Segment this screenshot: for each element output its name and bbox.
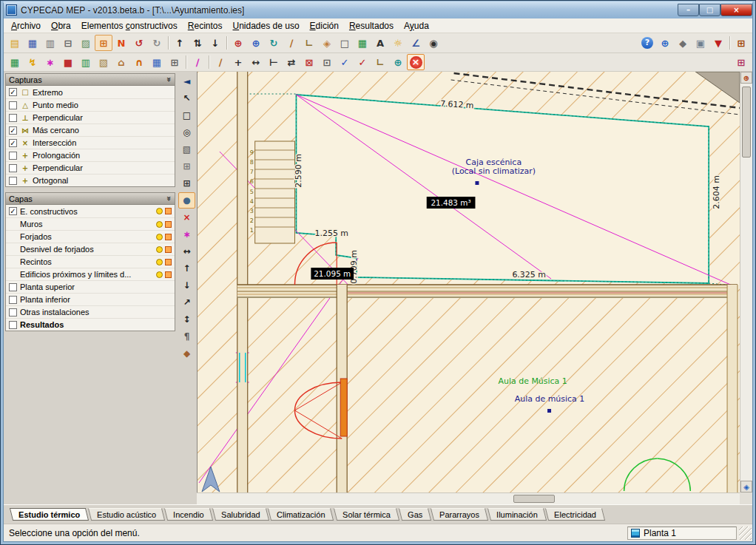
document-tab[interactable]: Pararrayos xyxy=(431,508,488,521)
grid-large-button[interactable]: ⊞ xyxy=(178,175,195,192)
move-down-button[interactable]: ↓ xyxy=(178,277,195,294)
layer-row[interactable]: Otras instalaciones xyxy=(6,305,175,318)
capture-checkbox[interactable] xyxy=(9,177,17,185)
view-3d-button[interactable]: ◆ xyxy=(674,35,692,51)
layer-checkbox[interactable] xyxy=(9,283,17,291)
print-button[interactable]: ⊟ xyxy=(59,35,77,51)
redo-button[interactable]: ↻ xyxy=(148,35,166,51)
document-tab[interactable]: Gas xyxy=(399,508,431,521)
floor-list-button[interactable]: ⇅ xyxy=(189,35,206,51)
document-tab[interactable]: Electricidad xyxy=(545,508,605,521)
tables-button[interactable]: ▦ xyxy=(354,35,371,51)
menu-item[interactable]: Edición xyxy=(305,19,344,33)
web-button[interactable]: ⊕ xyxy=(656,35,674,51)
move-button[interactable]: + xyxy=(229,54,247,70)
open-button[interactable]: ▤ xyxy=(6,35,24,51)
capturas-header[interactable]: Capturas » xyxy=(6,74,175,86)
draw-button[interactable]: ∕ xyxy=(212,54,229,70)
toolbar-button[interactable] xyxy=(183,54,189,70)
move-vertical-button[interactable]: ↕ xyxy=(178,311,195,328)
rectangle-select-button[interactable]: □ xyxy=(178,107,195,123)
layer-pen-icon[interactable] xyxy=(165,271,172,278)
results-button[interactable]: ▥ xyxy=(77,54,95,70)
toolbar-button[interactable] xyxy=(224,35,229,51)
capture-row[interactable]: + Prolongación xyxy=(6,149,175,161)
layer-pen-icon[interactable] xyxy=(165,208,172,214)
toolbar-button[interactable] xyxy=(206,54,212,70)
select-arrow-button[interactable]: ↖ xyxy=(178,90,195,106)
clip-button[interactable]: ¶ xyxy=(178,328,195,345)
box-button[interactable]: ▧ xyxy=(95,54,112,70)
installation-button[interactable]: ↯ xyxy=(24,54,41,70)
capture-row[interactable]: + Perpendicular xyxy=(6,161,175,174)
collapse-chevron-icon[interactable]: » xyxy=(164,196,174,201)
panel-button[interactable]: ▦ xyxy=(148,54,166,70)
drawing-grid-button[interactable]: ⊞ xyxy=(95,35,112,51)
search-button[interactable]: ◉ xyxy=(425,35,442,51)
text-button[interactable]: A xyxy=(371,35,389,51)
capture-row[interactable]: ⊥ Perpendicular xyxy=(6,111,175,123)
layer-row[interactable]: Desnivel de forjados xyxy=(6,243,175,255)
web-edit-button[interactable]: ⊕ xyxy=(389,54,407,70)
capture-checkbox[interactable] xyxy=(9,126,17,135)
menu-item[interactable]: Ayuda xyxy=(399,19,434,33)
layer-pen-icon[interactable] xyxy=(165,246,172,253)
capture-row[interactable]: □ Extremo xyxy=(6,86,175,98)
erase-button[interactable]: ⊠ xyxy=(300,54,318,70)
guide-line-button[interactable]: ∕ xyxy=(189,54,206,70)
help-button[interactable]: ? xyxy=(638,35,656,51)
zoom-previous-button[interactable]: ⊕ xyxy=(229,35,247,51)
undo-button[interactable]: ↺ xyxy=(130,35,148,51)
layer-row[interactable]: Planta inferior xyxy=(6,293,175,305)
document-tab[interactable]: Solar térmica xyxy=(334,508,399,521)
refresh-views-button[interactable]: ⊞ xyxy=(732,54,750,70)
menu-item[interactable]: Elementos constructivos xyxy=(76,19,183,33)
stretch-button[interactable]: ↔ xyxy=(247,54,265,70)
layer-pen-icon[interactable] xyxy=(165,259,172,265)
comment-bubble-button[interactable]: ● xyxy=(178,192,195,209)
maximize-button[interactable]: □ xyxy=(699,4,720,16)
document-tab[interactable]: Estudio acústico xyxy=(88,508,165,521)
save-button[interactable]: ▦ xyxy=(24,35,41,51)
layer-checkbox[interactable] xyxy=(9,207,17,215)
layer-row[interactable]: Forjados xyxy=(6,230,175,243)
wall-button[interactable]: ■ xyxy=(59,54,77,70)
floor-up-button[interactable]: ↑ xyxy=(171,35,189,51)
move-horizontal-button[interactable]: ↔ xyxy=(178,243,195,260)
pan-view-button[interactable]: ◈ xyxy=(740,481,752,492)
document-tab[interactable]: Estudio térmico xyxy=(10,508,89,521)
toolbar-button[interactable] xyxy=(425,54,732,70)
job-data-button[interactable]: ▨ xyxy=(77,35,95,51)
arc-button[interactable]: ∩ xyxy=(130,54,148,70)
collapse-chevron-icon[interactable]: » xyxy=(164,77,174,82)
capture-row[interactable]: ⋈ Más cercano xyxy=(6,123,175,136)
capture-checkbox[interactable] xyxy=(9,114,17,122)
copy-button[interactable]: ⊡ xyxy=(318,54,336,70)
document-tab[interactable]: Iluminación xyxy=(487,508,547,521)
measure-button[interactable]: ∟ xyxy=(300,35,318,51)
sun-options-button[interactable]: ☼ xyxy=(389,35,407,51)
toolbar-button[interactable] xyxy=(727,35,732,51)
capture-row[interactable]: × Intersección xyxy=(6,136,175,149)
layer-color-icon[interactable] xyxy=(156,259,163,265)
resize-grip[interactable] xyxy=(739,527,752,540)
redraw-button[interactable]: ↻ xyxy=(265,35,283,51)
delete-button[interactable]: × xyxy=(178,209,195,226)
pin-button[interactable]: ◆ xyxy=(178,345,195,362)
capture-checkbox[interactable] xyxy=(9,101,17,109)
zoom-box-button[interactable]: □ xyxy=(336,35,354,51)
menu-item[interactable]: Obra xyxy=(46,19,76,33)
minimize-button[interactable]: – xyxy=(678,4,699,16)
menu-item[interactable]: Recintos xyxy=(183,19,228,33)
layer-color-icon[interactable] xyxy=(156,234,163,240)
grid-small-button[interactable]: ⊞ xyxy=(178,158,195,175)
vertical-scroll-thumb[interactable] xyxy=(742,87,751,158)
zoom-extents-button[interactable]: ⊕ xyxy=(740,72,752,84)
capas-header[interactable]: Capas » xyxy=(6,193,175,205)
title-bar[interactable]: CYPECAD MEP - v2013.beta.b - [T:\...\Ayu… xyxy=(4,1,752,18)
new-table-button[interactable]: ▦ xyxy=(6,54,24,70)
floor-plan[interactable]: 9 8 7 6 5 4 3 2 1 xyxy=(198,72,740,492)
menu-item[interactable]: Resultados xyxy=(344,19,399,33)
edit-pencil-button[interactable]: ∕ xyxy=(283,35,300,51)
close-button[interactable]: × xyxy=(720,4,752,16)
